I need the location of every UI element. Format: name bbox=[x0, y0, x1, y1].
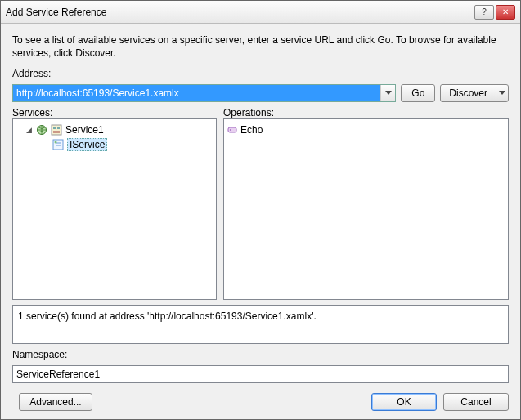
operation-label: Echo bbox=[240, 124, 263, 136]
discover-dropdown-arrow[interactable] bbox=[496, 91, 508, 96]
svg-rect-1 bbox=[52, 125, 61, 135]
svg-rect-3 bbox=[57, 127, 60, 129]
services-label: Services: bbox=[12, 107, 217, 118]
svg-rect-7 bbox=[228, 127, 236, 132]
chevron-down-icon bbox=[499, 91, 505, 96]
operations-pane: Operations: Echo bbox=[223, 107, 509, 300]
panes: Services: ◢ Service1 IService Operations… bbox=[12, 107, 509, 300]
ok-button[interactable]: OK bbox=[371, 393, 437, 411]
discover-button-label: Discover bbox=[449, 87, 487, 99]
chevron-down-icon bbox=[385, 91, 392, 96]
cancel-button[interactable]: Cancel bbox=[443, 393, 509, 411]
service-node[interactable]: ◢ Service1 bbox=[16, 123, 213, 137]
expand-toggle[interactable]: ◢ bbox=[25, 126, 33, 134]
dialog-body: To see a list of available services on a… bbox=[1, 24, 520, 419]
help-button[interactable]: ? bbox=[474, 5, 494, 20]
contract-icon bbox=[52, 139, 64, 150]
go-button-label: Go bbox=[411, 87, 424, 99]
svg-rect-5 bbox=[53, 140, 63, 150]
contract-node[interactable]: IService bbox=[16, 137, 213, 152]
cancel-button-label: Cancel bbox=[460, 396, 491, 408]
footer: Advanced... OK Cancel bbox=[12, 388, 509, 411]
discover-button[interactable]: Discover bbox=[440, 84, 509, 102]
advanced-button[interactable]: Advanced... bbox=[19, 393, 92, 411]
namespace-label: Namespace: bbox=[12, 349, 509, 360]
status-text: 1 service(s) found at address 'http://lo… bbox=[18, 311, 317, 322]
svg-point-8 bbox=[230, 129, 231, 131]
operation-icon bbox=[227, 125, 237, 135]
instruction-text: To see a list of available services on a… bbox=[12, 34, 509, 60]
advanced-button-label: Advanced... bbox=[29, 396, 81, 408]
address-input[interactable] bbox=[13, 85, 380, 101]
address-combo[interactable] bbox=[12, 84, 396, 102]
ok-button-label: OK bbox=[397, 396, 411, 408]
address-dropdown-arrow[interactable] bbox=[380, 85, 395, 101]
close-button[interactable]: ✕ bbox=[496, 5, 515, 20]
svg-rect-4 bbox=[53, 131, 60, 133]
titlebar: Add Service Reference ? ✕ bbox=[1, 1, 520, 24]
address-row: Go Discover bbox=[12, 84, 509, 102]
contract-node-label: IService bbox=[67, 138, 107, 151]
globe-icon bbox=[36, 124, 47, 136]
service-icon bbox=[51, 124, 62, 136]
services-pane: Services: ◢ Service1 IService bbox=[12, 107, 217, 300]
namespace-input[interactable] bbox=[12, 365, 509, 383]
svg-rect-2 bbox=[53, 127, 56, 129]
address-label: Address: bbox=[12, 68, 509, 79]
go-button[interactable]: Go bbox=[401, 84, 435, 102]
service-node-label: Service1 bbox=[65, 124, 104, 136]
services-tree[interactable]: ◢ Service1 IService bbox=[12, 118, 217, 300]
status-box: 1 service(s) found at address 'http://lo… bbox=[12, 305, 509, 344]
dialog-window: Add Service Reference ? ✕ To see a list … bbox=[0, 0, 521, 420]
operations-list[interactable]: Echo bbox=[223, 118, 509, 300]
operations-label: Operations: bbox=[223, 107, 509, 118]
window-title: Add Service Reference bbox=[6, 7, 473, 18]
operation-item[interactable]: Echo bbox=[227, 123, 505, 137]
svg-point-6 bbox=[55, 141, 57, 144]
